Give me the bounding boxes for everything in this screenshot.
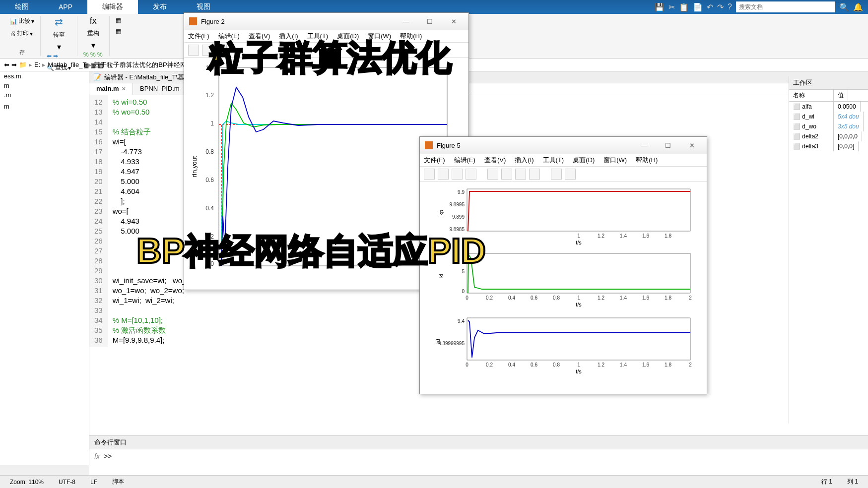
menu-item[interactable]: 查看(V) bbox=[484, 156, 506, 165]
copy-icon[interactable]: 📋 bbox=[679, 2, 689, 12]
redo-icon[interactable]: ↷ bbox=[717, 2, 724, 12]
section-tool-icon2[interactable]: ▦ bbox=[114, 27, 123, 36]
svg-text:1: 1 bbox=[210, 120, 214, 127]
svg-text:0: 0 bbox=[466, 362, 468, 367]
menu-item[interactable]: 帮助(H) bbox=[400, 32, 422, 41]
svg-text:2: 2 bbox=[689, 362, 692, 367]
close-button[interactable]: ✕ bbox=[444, 18, 464, 25]
tool-icon[interactable] bbox=[487, 169, 498, 180]
menu-item[interactable]: 窗口(W) bbox=[368, 32, 391, 41]
svg-text:1.6: 1.6 bbox=[642, 295, 649, 301]
menu-item[interactable]: 窗口(W) bbox=[603, 156, 627, 165]
maximize-button[interactable]: ☐ bbox=[658, 142, 678, 149]
tool-icon[interactable] bbox=[529, 169, 540, 180]
svg-text:t/s: t/s bbox=[576, 302, 582, 307]
paste-icon[interactable]: 📄 bbox=[693, 2, 703, 12]
workspace-col-value[interactable]: 值 bbox=[834, 90, 848, 101]
menu-item[interactable]: 插入(I) bbox=[279, 32, 298, 41]
file-item[interactable]: ess.m bbox=[0, 71, 89, 81]
folder-icon: 📁 bbox=[19, 61, 27, 68]
figure-5-window[interactable]: Figure 5 — ☐ ✕ 文件(F)编辑(E)查看(V)插入(I)工具(T)… bbox=[419, 136, 707, 394]
breadcrumb-drive[interactable]: E: bbox=[34, 61, 40, 68]
forward-icon[interactable]: ➡ bbox=[11, 61, 17, 68]
save-icon[interactable] bbox=[452, 169, 463, 180]
command-prompt: >> bbox=[104, 452, 112, 460]
nav-back-icon[interactable]: ⬅ ➡ bbox=[45, 52, 73, 61]
svg-text:0.2: 0.2 bbox=[205, 233, 214, 240]
cut-icon[interactable]: ✂ bbox=[668, 2, 675, 12]
new-icon[interactable] bbox=[424, 169, 435, 180]
save-icon[interactable]: 💾 bbox=[655, 2, 665, 12]
tool-icon[interactable] bbox=[515, 169, 526, 180]
notification-bell-icon[interactable]: 🔔 bbox=[853, 2, 863, 12]
undo-icon[interactable]: ↶ bbox=[707, 2, 713, 12]
minimize-button[interactable]: — bbox=[634, 142, 654, 149]
menu-item[interactable]: 插入(I) bbox=[515, 156, 534, 165]
open-icon[interactable] bbox=[438, 169, 449, 180]
menu-item[interactable]: 文件(F) bbox=[188, 32, 209, 41]
search-icon[interactable]: 🔍 bbox=[839, 2, 849, 12]
status-zoom[interactable]: Zoom: 110% bbox=[10, 479, 44, 486]
save-icon[interactable] bbox=[216, 45, 227, 56]
maximize-button[interactable]: ☐ bbox=[420, 18, 440, 25]
matlab-icon bbox=[425, 141, 433, 149]
section-tool-icon[interactable]: ▦ bbox=[114, 16, 123, 25]
file-item[interactable]: .m bbox=[0, 90, 89, 100]
line-gutter: 1213141516171819202122232425262728293031… bbox=[89, 95, 108, 347]
svg-text:0: 0 bbox=[466, 295, 468, 301]
menu-item[interactable]: 桌面(D) bbox=[337, 32, 359, 41]
new-icon[interactable] bbox=[188, 45, 199, 56]
tab-plot[interactable]: 绘图 bbox=[0, 0, 44, 14]
breadcrumb-item[interactable]: Matlab_file_T bbox=[48, 61, 86, 68]
figure-toolbar bbox=[420, 167, 707, 182]
open-icon[interactable] bbox=[202, 45, 213, 56]
status-encoding[interactable]: UTF-8 bbox=[59, 479, 75, 486]
status-eol[interactable]: LF bbox=[90, 479, 97, 486]
close-tab-icon[interactable]: × bbox=[122, 85, 126, 92]
compare-button[interactable]: 📊 比较 ▾ bbox=[8, 16, 36, 26]
close-button[interactable]: ✕ bbox=[682, 142, 702, 149]
arrow-icon[interactable] bbox=[551, 169, 562, 180]
command-window[interactable]: 命令行窗口 fx>> bbox=[89, 435, 868, 475]
menu-item[interactable]: 查看(V) bbox=[249, 32, 270, 41]
tool-icon[interactable] bbox=[501, 169, 512, 180]
print-button[interactable]: 🖨 打印 ▾ bbox=[8, 28, 36, 39]
editor-icon: 📝 bbox=[93, 73, 101, 81]
workspace-col-name[interactable]: 名称 bbox=[789, 90, 834, 101]
minimize-button[interactable]: — bbox=[396, 18, 416, 25]
print-icon[interactable] bbox=[466, 169, 476, 180]
help-icon[interactable]: ? bbox=[728, 2, 732, 11]
svg-text:1: 1 bbox=[577, 295, 580, 301]
tab-publish[interactable]: 发布 bbox=[138, 0, 182, 14]
doc-search-input[interactable] bbox=[736, 1, 835, 12]
svg-text:0.4: 0.4 bbox=[508, 295, 515, 301]
tool-icon[interactable] bbox=[565, 169, 576, 180]
svg-rect-0 bbox=[219, 67, 447, 266]
svg-rect-24 bbox=[467, 253, 690, 293]
figure-toolbar bbox=[184, 43, 468, 58]
menu-item[interactable]: 编辑(E) bbox=[218, 32, 240, 41]
refactor-button[interactable]: 重构 bbox=[85, 28, 101, 39]
file-item[interactable]: m bbox=[0, 81, 89, 90]
menu-item[interactable]: 帮助(H) bbox=[636, 156, 658, 165]
svg-text:9.8995: 9.8995 bbox=[449, 202, 465, 207]
svg-text:0.6: 0.6 bbox=[531, 295, 537, 301]
menu-item[interactable]: 工具(T) bbox=[307, 32, 329, 41]
menu-item[interactable]: 编辑(E) bbox=[454, 156, 475, 165]
code-tool-1[interactable]: % % % bbox=[81, 50, 105, 59]
tab-view[interactable]: 视图 bbox=[182, 0, 225, 14]
svg-text:1.4: 1.4 bbox=[620, 233, 627, 239]
goto-button[interactable]: 转至 bbox=[51, 30, 67, 40]
svg-text:1.6: 1.6 bbox=[642, 233, 649, 239]
editor-tab-bpnn[interactable]: BPNN_PID.m bbox=[133, 83, 187, 95]
back-icon[interactable]: ⬅ bbox=[4, 61, 9, 68]
tab-editor[interactable]: 编辑器 bbox=[87, 0, 138, 14]
svg-text:1.8: 1.8 bbox=[665, 233, 671, 239]
tab-app[interactable]: APP bbox=[44, 0, 87, 14]
menu-item[interactable]: 工具(T) bbox=[543, 156, 564, 165]
editor-tab-main[interactable]: main.m× bbox=[89, 83, 133, 95]
svg-text:0.4: 0.4 bbox=[205, 205, 214, 212]
menu-item[interactable]: 文件(F) bbox=[424, 156, 445, 165]
menu-item[interactable]: 桌面(D) bbox=[573, 156, 595, 165]
file-item[interactable]: m bbox=[0, 102, 89, 111]
